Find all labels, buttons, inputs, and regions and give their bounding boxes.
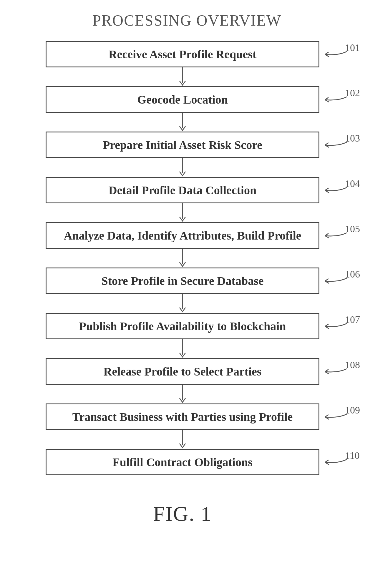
reference-arrow-icon — [324, 95, 347, 104]
reference-callout: 105 — [324, 230, 362, 241]
flow-row: Fulfill Contract Obligations 110 — [0, 449, 365, 475]
flow-row: Receive Asset Profile Request 101 — [0, 41, 365, 67]
step-box: Publish Profile Availability to Blockcha… — [46, 313, 319, 339]
step-label: Prepare Initial Asset Risk Score — [103, 138, 262, 152]
figure-caption: FIG. 1 — [0, 502, 365, 526]
reference-arrow-icon — [324, 322, 347, 330]
down-arrow-icon — [177, 249, 188, 268]
reference-arrow-icon — [324, 186, 347, 195]
reference-callout: 103 — [324, 139, 362, 150]
reference-number: 103 — [345, 133, 360, 144]
diagram-title: PROCESSING OVERVIEW — [9, 12, 365, 29]
down-arrow-icon — [177, 113, 188, 132]
reference-callout: 102 — [324, 94, 362, 105]
reference-callout: 110 — [324, 456, 362, 468]
step-label: Receive Asset Profile Request — [109, 47, 256, 61]
reference-callout: 109 — [324, 411, 362, 422]
step-label: Publish Profile Availability to Blockcha… — [79, 319, 286, 333]
down-arrow-icon — [177, 430, 188, 449]
down-arrow-icon — [177, 203, 188, 222]
step-label: Geocode Location — [137, 93, 228, 107]
flow-row: Prepare Initial Asset Risk Score 103 — [0, 132, 365, 158]
down-arrow-icon — [177, 339, 188, 358]
step-label: Release Profile to Select Parties — [104, 365, 262, 378]
reference-number: 105 — [345, 223, 360, 235]
step-label: Fulfill Contract Obligations — [112, 455, 253, 469]
flow-row: Release Profile to Select Parties 108 — [0, 358, 365, 385]
reference-arrow-icon — [324, 140, 347, 149]
reference-callout: 106 — [324, 275, 362, 286]
reference-number: 108 — [345, 359, 360, 371]
flow-row: Publish Profile Availability to Blockcha… — [0, 313, 365, 339]
connector — [177, 249, 188, 268]
step-label: Store Profile in Secure Database — [101, 274, 263, 288]
reference-number: 107 — [345, 314, 360, 325]
connector — [177, 294, 188, 313]
reference-number: 110 — [345, 450, 360, 461]
reference-number: 109 — [345, 405, 360, 416]
connector — [177, 67, 188, 86]
connector — [177, 339, 188, 358]
flowchart: Receive Asset Profile Request 101 Geocod… — [0, 41, 365, 475]
reference-number: 106 — [345, 269, 360, 280]
step-box: Detail Profile Data Collection — [46, 177, 319, 203]
step-label: Analyze Data, Identify Attributes, Build… — [64, 229, 301, 242]
reference-callout: 101 — [324, 49, 362, 60]
connector — [177, 203, 188, 222]
step-label: Detail Profile Data Collection — [109, 183, 256, 197]
step-box: Release Profile to Select Parties — [46, 358, 319, 385]
step-box: Transact Business with Parties using Pro… — [46, 403, 319, 430]
step-box: Analyze Data, Identify Attributes, Build… — [46, 222, 319, 249]
reference-arrow-icon — [324, 458, 347, 466]
flow-row: Transact Business with Parties using Pro… — [0, 403, 365, 430]
page: PROCESSING OVERVIEW Receive Asset Profil… — [0, 0, 365, 588]
reference-arrow-icon — [324, 50, 347, 59]
reference-arrow-icon — [324, 412, 347, 421]
down-arrow-icon — [177, 294, 188, 313]
reference-number: 104 — [345, 178, 360, 189]
step-box: Fulfill Contract Obligations — [46, 449, 319, 475]
step-box: Geocode Location — [46, 86, 319, 113]
step-box: Receive Asset Profile Request — [46, 41, 319, 67]
reference-callout: 104 — [324, 185, 362, 196]
reference-number: 102 — [345, 87, 360, 99]
reference-number: 101 — [345, 42, 360, 53]
down-arrow-icon — [177, 158, 188, 177]
reference-arrow-icon — [324, 367, 347, 376]
connector — [177, 113, 188, 132]
reference-callout: 108 — [324, 366, 362, 377]
step-label: Transact Business with Parties using Pro… — [72, 410, 293, 424]
reference-arrow-icon — [324, 276, 347, 285]
connector — [177, 385, 188, 403]
reference-callout: 107 — [324, 320, 362, 332]
connector — [177, 158, 188, 177]
step-box: Store Profile in Secure Database — [46, 268, 319, 294]
down-arrow-icon — [177, 67, 188, 86]
flow-row: Detail Profile Data Collection 104 — [0, 177, 365, 203]
flow-row: Store Profile in Secure Database 106 — [0, 268, 365, 294]
flow-row: Geocode Location 102 — [0, 86, 365, 113]
reference-arrow-icon — [324, 231, 347, 240]
flow-row: Analyze Data, Identify Attributes, Build… — [0, 222, 365, 249]
connector — [177, 430, 188, 449]
step-box: Prepare Initial Asset Risk Score — [46, 132, 319, 158]
down-arrow-icon — [177, 385, 188, 403]
